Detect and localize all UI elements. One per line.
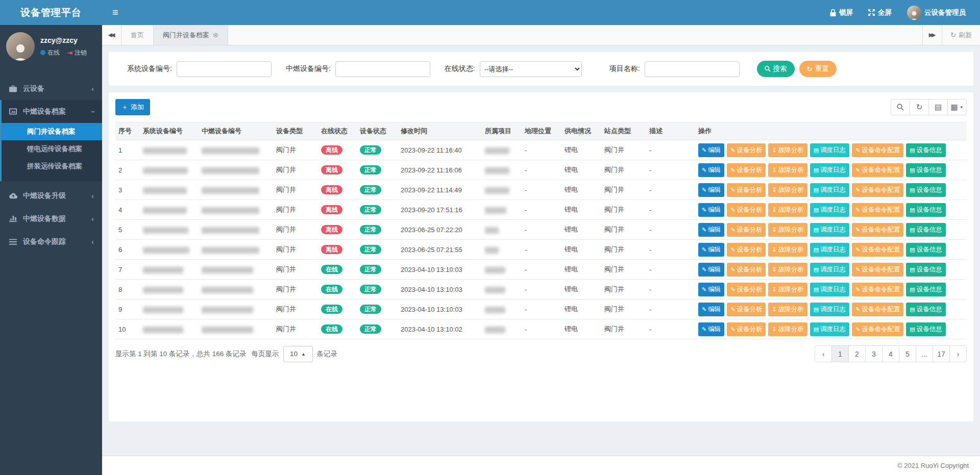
row-action-orange-button[interactable]: ↧故障分析 [768, 163, 807, 177]
table-refresh-button[interactable]: ↻ [910, 99, 929, 115]
reset-button[interactable]: ↻ 重置 [799, 61, 837, 77]
row-action-blue-button[interactable]: ✎编辑 [698, 303, 724, 316]
row-action-orange-button[interactable]: ✎设备命令配置 [852, 203, 903, 217]
page-button[interactable]: 3 [865, 345, 883, 362]
row-action-orange-button[interactable]: ✎设备命令配置 [852, 322, 903, 336]
row-action-cyan-button[interactable]: ▤调度日志 [810, 283, 849, 296]
row-action-blue-button[interactable]: ✎编辑 [698, 223, 724, 237]
tab-refresh-button[interactable]: ↻ 刷新 [942, 25, 980, 45]
page-ellipsis[interactable]: ... [916, 345, 933, 362]
sidebar-item-device-data[interactable]: 中燃设备数据 ‹ [0, 207, 102, 230]
row-action-blue-button[interactable]: ✎编辑 [698, 283, 724, 296]
row-action-green-button[interactable]: ▤设备信息 [906, 263, 945, 277]
admin-user-menu[interactable]: 云设备管理员 [907, 6, 966, 20]
gas-device-code-input[interactable] [335, 61, 430, 77]
row-action-blue-button[interactable]: ✎编辑 [698, 183, 724, 197]
row-action-orange-button[interactable]: ✎设备分析 [727, 243, 766, 257]
row-action-green-button[interactable]: ▤设备信息 [906, 183, 945, 197]
page-button[interactable]: 2 [848, 345, 866, 362]
sidebar-item-device-upgrade[interactable]: 中燃设备升级 ‹ [0, 184, 102, 207]
row-action-blue-button[interactable]: ✎编辑 [698, 263, 724, 277]
row-action-orange-button[interactable]: ↧故障分析 [768, 322, 807, 336]
logout-button[interactable]: ⇥ 注销 [67, 48, 87, 57]
row-action-orange-button[interactable]: ✎设备命令配置 [852, 283, 903, 296]
row-action-orange-button[interactable]: ✎设备分析 [727, 303, 766, 316]
table-detail-view-button[interactable]: ▤ [928, 99, 948, 115]
row-action-orange-button[interactable]: ✎设备分析 [727, 203, 766, 217]
row-action-cyan-button[interactable]: ▤调度日志 [810, 163, 849, 177]
row-action-orange-button[interactable]: ↧故障分析 [768, 223, 807, 237]
row-action-cyan-button[interactable]: ▤调度日志 [810, 263, 849, 277]
sidebar-subitem-valve-well-archive[interactable]: 阀门井设备档案 [2, 123, 102, 140]
row-action-blue-button[interactable]: ✎编辑 [698, 322, 724, 336]
lock-screen-button[interactable]: 锁屏 [830, 8, 853, 17]
sidebar-subitem-lithium-remote-archive[interactable]: 锂电远传设备档案 [2, 140, 102, 158]
row-action-cyan-button[interactable]: ▤调度日志 [810, 143, 849, 157]
row-action-blue-button[interactable]: ✎编辑 [698, 163, 724, 177]
row-action-cyan-button[interactable]: ▤调度日志 [810, 183, 849, 197]
sidebar-item-command-trace[interactable]: 设备命令跟踪 ‹ [0, 230, 102, 253]
row-action-cyan-button[interactable]: ▤调度日志 [810, 322, 849, 336]
row-action-orange-button[interactable]: ↧故障分析 [768, 203, 807, 217]
row-action-cyan-button[interactable]: ▤调度日志 [810, 303, 849, 316]
row-action-orange-button[interactable]: ✎设备分析 [727, 183, 766, 197]
row-action-cyan-button[interactable]: ▤调度日志 [810, 203, 849, 217]
sidebar-item-cloud-device[interactable]: 云设备 ‹ [0, 77, 102, 100]
tab-close-icon[interactable]: ⊗ [213, 31, 218, 39]
row-action-orange-button[interactable]: ↧故障分析 [768, 283, 807, 296]
row-action-green-button[interactable]: ▤设备信息 [906, 143, 945, 157]
tabs-scroll-right-button[interactable]: ▶▶ [922, 25, 942, 45]
sidebar-item-device-archive[interactable]: 中燃设备档案 ‹ [2, 100, 102, 123]
row-action-orange-button[interactable]: ↧故障分析 [768, 183, 807, 197]
row-action-orange-button[interactable]: ↧故障分析 [768, 143, 807, 157]
row-action-blue-button[interactable]: ✎编辑 [698, 143, 724, 157]
row-action-orange-button[interactable]: ✎设备分析 [727, 223, 766, 237]
row-action-orange-button[interactable]: ✎设备分析 [727, 163, 766, 177]
row-action-orange-button[interactable]: ✎设备命令配置 [852, 143, 903, 157]
row-action-green-button[interactable]: ▤设备信息 [906, 243, 945, 257]
row-action-green-button[interactable]: ▤设备信息 [906, 283, 945, 296]
row-action-orange-button[interactable]: ✎设备命令配置 [852, 183, 903, 197]
row-action-blue-button[interactable]: ✎编辑 [698, 203, 724, 217]
row-action-cyan-button[interactable]: ▤调度日志 [810, 243, 849, 257]
table-search-toggle-button[interactable] [891, 99, 910, 115]
fullscreen-button[interactable]: 全屏 [868, 8, 892, 17]
row-action-green-button[interactable]: ▤设备信息 [906, 223, 945, 237]
row-action-orange-button[interactable]: ↧故障分析 [768, 243, 807, 257]
table-columns-button[interactable]: ▦▼ [947, 99, 967, 115]
row-action-green-button[interactable]: ▤设备信息 [906, 203, 945, 217]
row-action-orange-button[interactable]: ✎设备命令配置 [852, 303, 903, 316]
system-device-code-input[interactable] [177, 61, 272, 77]
row-action-green-button[interactable]: ▤设备信息 [906, 163, 945, 177]
online-status-select[interactable]: --请选择-- [480, 61, 582, 77]
hamburger-icon[interactable]: ≡ [102, 7, 129, 18]
row-action-orange-button[interactable]: ✎设备分析 [727, 143, 766, 157]
row-action-cyan-button[interactable]: ▤调度日志 [810, 223, 849, 237]
row-action-orange-button[interactable]: ✎设备分析 [727, 322, 766, 336]
row-action-orange-button[interactable]: ✎设备分析 [727, 263, 766, 277]
row-action-orange-button[interactable]: ✎设备分析 [727, 283, 766, 296]
page-prev-button[interactable]: ‹ [815, 345, 832, 362]
page-button[interactable]: 4 [882, 345, 899, 362]
page-button[interactable]: 5 [899, 345, 916, 362]
page-next-button[interactable]: › [949, 345, 967, 362]
row-action-orange-button[interactable]: ✎设备命令配置 [852, 263, 903, 277]
page-button[interactable]: 1 [831, 345, 849, 362]
row-action-blue-button[interactable]: ✎编辑 [698, 243, 724, 257]
row-action-green-button[interactable]: ▤设备信息 [906, 322, 945, 336]
tab-valve-well-archive[interactable]: 阀门井设备档案 ⊗ [154, 25, 228, 45]
row-action-orange-button[interactable]: ✎设备命令配置 [852, 243, 903, 257]
sidebar-subitem-assembled-remote-archive[interactable]: 拼装远传设备档案 [2, 158, 102, 175]
page-button[interactable]: 17 [933, 345, 950, 362]
add-button[interactable]: ＋ 添加 [115, 99, 150, 115]
tab-home[interactable]: 首页 [121, 25, 154, 45]
search-button[interactable]: 搜索 [757, 61, 795, 77]
row-action-orange-button[interactable]: ↧故障分析 [768, 263, 807, 277]
row-action-orange-button[interactable]: ↧故障分析 [768, 303, 807, 316]
row-action-orange-button[interactable]: ✎设备命令配置 [852, 223, 903, 237]
row-action-orange-button[interactable]: ✎设备命令配置 [852, 163, 903, 177]
row-action-green-button[interactable]: ▤设备信息 [906, 303, 945, 316]
tabs-scroll-left-button[interactable]: ◀◀ [102, 25, 121, 45]
page-size-dropdown[interactable]: 10 ▲ [283, 346, 313, 362]
project-name-input[interactable] [645, 61, 740, 77]
